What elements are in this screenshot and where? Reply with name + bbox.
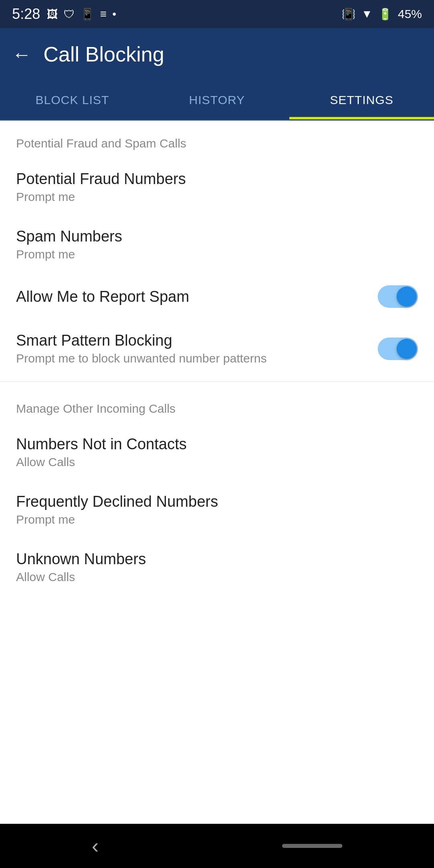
toggle-smart-pattern-track <box>378 338 418 360</box>
list-icon: ≡ <box>100 8 106 20</box>
vibrate-icon: 📳 <box>342 8 356 21</box>
setting-report-spam-title: Allow Me to Report Spam <box>16 288 189 305</box>
setting-unknown-numbers[interactable]: Unknown Numbers Allow Calls <box>0 538 434 596</box>
setting-smart-pattern-title: Smart Pattern Blocking <box>16 332 366 349</box>
section-header-fraud: Potential Fraud and Spam Calls <box>0 121 434 158</box>
section-header-other: Manage Other Incoming Calls <box>0 386 434 424</box>
home-indicator[interactable] <box>282 844 342 848</box>
setting-potential-fraud[interactable]: Potential Fraud Numbers Prompt me <box>0 158 434 216</box>
shield-icon: 🛡 <box>63 8 75 21</box>
page-title: Call Blocking <box>43 42 164 66</box>
setting-not-in-contacts-subtitle: Allow Calls <box>16 455 418 469</box>
tab-block-list[interactable]: BLOCK LIST <box>0 80 145 119</box>
bottom-nav-bar: ‹ <box>0 824 434 868</box>
toggle-report-spam-track <box>378 285 418 308</box>
status-bar: 5:28 🖼 🛡 📱 ≡ • 📳 ▼ 🔋 45% <box>0 0 434 28</box>
setting-unknown-numbers-subtitle: Allow Calls <box>16 570 418 584</box>
battery-icon: 🔋 <box>378 8 392 21</box>
back-button[interactable]: ← <box>12 43 31 66</box>
setting-spam-numbers-subtitle: Prompt me <box>16 248 418 261</box>
setting-spam-numbers[interactable]: Spam Numbers Prompt me <box>0 216 434 273</box>
setting-unknown-numbers-title: Unknown Numbers <box>16 551 418 568</box>
setting-spam-numbers-title: Spam Numbers <box>16 228 418 245</box>
bottom-back-icon: ‹ <box>92 834 98 858</box>
status-right: 📳 ▼ 🔋 45% <box>342 7 422 21</box>
status-icons: 🖼 🛡 📱 ≡ • <box>47 8 116 21</box>
dot-indicator: • <box>112 8 116 20</box>
phone-icon: 📱 <box>80 8 94 21</box>
toggle-report-spam[interactable] <box>378 285 418 308</box>
tab-settings[interactable]: SETTINGS <box>289 80 434 119</box>
toggle-smart-pattern-thumb <box>397 339 417 359</box>
battery-percent: 45% <box>398 7 422 21</box>
setting-frequently-declined-subtitle: Prompt me <box>16 513 418 526</box>
section-divider <box>0 381 434 382</box>
back-icon: ← <box>12 43 31 66</box>
status-left: 5:28 🖼 🛡 📱 ≡ • <box>12 6 116 23</box>
wifi-icon: ▼ <box>361 8 373 20</box>
content-area: Potential Fraud and Spam Calls Potential… <box>0 121 434 596</box>
tab-bar: BLOCK LIST HISTORY SETTINGS <box>0 80 434 121</box>
setting-smart-pattern-subtitle: Prompt me to block unwanted number patte… <box>16 352 366 365</box>
setting-potential-fraud-title: Potential Fraud Numbers <box>16 170 418 188</box>
toggle-smart-pattern[interactable] <box>378 338 418 360</box>
setting-smart-pattern[interactable]: Smart Pattern Blocking Prompt me to bloc… <box>0 320 434 377</box>
setting-frequently-declined[interactable]: Frequently Declined Numbers Prompt me <box>0 481 434 538</box>
setting-potential-fraud-subtitle: Prompt me <box>16 190 418 204</box>
setting-not-in-contacts[interactable]: Numbers Not in Contacts Allow Calls <box>0 424 434 481</box>
setting-not-in-contacts-title: Numbers Not in Contacts <box>16 436 418 453</box>
status-time: 5:28 <box>12 6 40 23</box>
setting-frequently-declined-title: Frequently Declined Numbers <box>16 493 418 510</box>
bottom-back-button[interactable]: ‹ <box>92 834 98 858</box>
app-header: ← Call Blocking <box>0 28 434 80</box>
setting-report-spam[interactable]: Allow Me to Report Spam <box>0 273 434 320</box>
photo-icon: 🖼 <box>47 8 58 21</box>
toggle-report-spam-thumb <box>397 287 417 307</box>
tab-history[interactable]: HISTORY <box>145 80 289 119</box>
